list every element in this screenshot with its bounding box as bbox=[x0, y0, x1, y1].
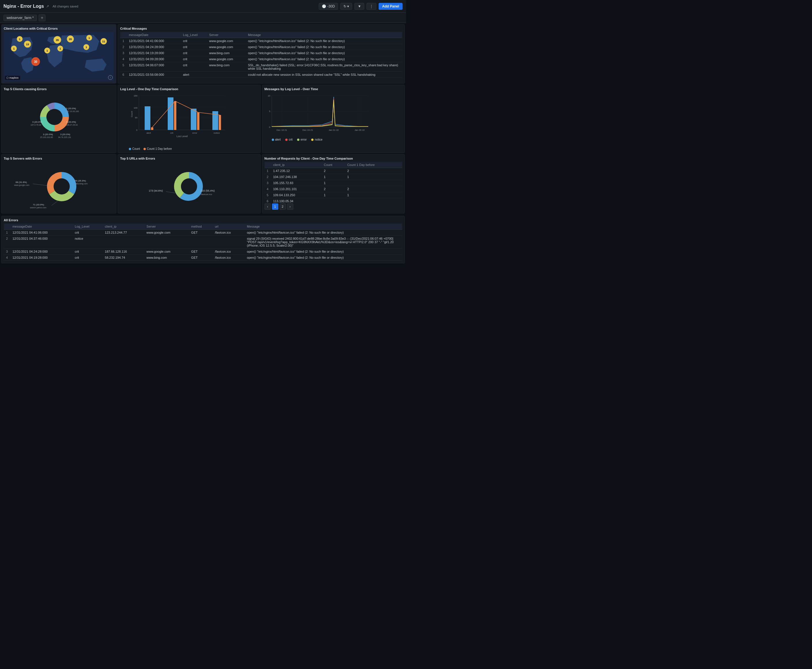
time-range-button[interactable]: 🕐 -30D bbox=[319, 3, 338, 10]
svg-text:Log Level: Log Level bbox=[177, 135, 188, 137]
filter-button[interactable]: ▼ bbox=[355, 3, 364, 10]
col-date: messageDate bbox=[126, 32, 181, 38]
svg-text:11: 11 bbox=[102, 40, 105, 43]
svg-text:68 (31.6%): 68 (31.6%) bbox=[15, 181, 27, 183]
all-errors-panel: All Errors messageDate Log_Level client_… bbox=[1, 216, 405, 263]
table-row: 4 106.110.201.101 2 2 bbox=[264, 186, 403, 192]
log-level-chart-area: 0 50 100 150 Count alert bbox=[120, 92, 258, 147]
cell-count: 2 bbox=[321, 186, 345, 192]
svg-text:76 (35.3%): 76 (35.3%) bbox=[75, 180, 86, 182]
world-map-svg: 1 13 26 20 1 11 1 bbox=[4, 32, 114, 81]
map-info-icon[interactable]: i bbox=[108, 75, 113, 80]
share-icon[interactable]: ↗ bbox=[46, 4, 49, 8]
table-row: 4 12/31/2021 04:09:28:000 crit www.googl… bbox=[120, 56, 402, 62]
row-num: 2 bbox=[264, 174, 271, 180]
critical-messages-panel: Critical Messages messageDate Log_Level … bbox=[118, 24, 405, 84]
table-row: 6 12/31/2021 03:56:08:000 alert could no… bbox=[120, 72, 402, 78]
col-ip: client_ip bbox=[103, 224, 145, 230]
svg-text:Dec 24 21: Dec 24 21 bbox=[302, 129, 313, 131]
cell-method bbox=[189, 236, 212, 249]
upper-row: Client Locations with Critical Errors bbox=[0, 23, 406, 84]
cell-level: crit bbox=[181, 62, 207, 72]
table-row: 2 12/31/2021 04:37:46:000 notice signal … bbox=[4, 236, 402, 249]
messages-over-time-title: Messages by Log Level - Over Time bbox=[264, 87, 403, 91]
cell-url: /favicon.ico bbox=[213, 249, 245, 255]
page-2-button[interactable]: 2 bbox=[279, 203, 286, 210]
cell-level: crit bbox=[181, 44, 207, 50]
all-errors-table-wrapper[interactable]: messageDate Log_Level client_ip Server m… bbox=[4, 224, 402, 261]
row-num: 1 bbox=[264, 168, 271, 174]
legend-alert-dot bbox=[272, 139, 274, 141]
over-time-legend: alert crit error notice bbox=[264, 138, 403, 141]
next-page-button[interactable]: › bbox=[287, 203, 293, 210]
cell-ip: 106.110.201.101 bbox=[271, 186, 321, 192]
svg-line-82 bbox=[52, 200, 59, 205]
top5-urls-panel: Top 5 URLs with Errors 215 (55.4%) /favi… bbox=[118, 154, 261, 213]
add-panel-button[interactable]: Add Panel bbox=[378, 3, 403, 10]
tab-label: webserver_farm * bbox=[7, 16, 34, 20]
svg-text:search.yahoo.com: search.yahoo.com bbox=[30, 207, 46, 209]
lower-row: Top 5 Servers with Errors 76 (35.3%) www… bbox=[0, 153, 406, 215]
row-num: 3 bbox=[4, 249, 10, 255]
cell-server bbox=[207, 72, 246, 78]
svg-text:50: 50 bbox=[135, 116, 138, 119]
cell-server: www.google.com bbox=[144, 249, 189, 255]
prev-page-button[interactable]: ‹ bbox=[264, 203, 271, 210]
header-controls: 🕐 -30D ↻ ▾ ▼ ⋮ Add Panel bbox=[319, 3, 403, 10]
svg-text:173 (44.6%): 173 (44.6%) bbox=[149, 189, 163, 192]
cell-date: 12/31/2021 04:37:46:000 bbox=[10, 236, 72, 249]
middle-row: Top 5 Clients causing Errors 3 (20.0%) 1… bbox=[0, 84, 406, 153]
row-num: 2 bbox=[4, 236, 10, 249]
log-level-legend: Count Count 1 Day before bbox=[120, 147, 258, 150]
refresh-button[interactable]: ↻ ▾ bbox=[340, 3, 352, 10]
clients-donut-svg: 3 (20.0%) 187.10.93.183 3 (20.0%) 189.27… bbox=[30, 92, 87, 141]
mapbox-logo: ⬡ mapbox bbox=[5, 76, 20, 80]
legend-notice-dot bbox=[311, 139, 313, 141]
top5-clients-panel: Top 5 Clients causing Errors 3 (20.0%) 1… bbox=[1, 85, 116, 153]
urls-donut-svg: 215 (55.4%) /favicon.ico 173 (44.6%) bbox=[137, 163, 241, 210]
legend-error: error bbox=[301, 138, 307, 141]
svg-text:www.google.com: www.google.com bbox=[14, 184, 29, 187]
tab-webserver-farm[interactable]: webserver_farm * bbox=[3, 15, 37, 21]
cell-message: open() "/etc/nginx/html/favicon.ico" fai… bbox=[245, 230, 402, 236]
more-options-button[interactable]: ⋮ bbox=[366, 3, 376, 10]
svg-text:189.27.29.32: 189.27.29.32 bbox=[66, 124, 78, 126]
client-locations-panel: Client Locations with Critical Errors bbox=[1, 24, 116, 84]
cell-day-before: 2 bbox=[345, 186, 402, 192]
svg-text:3 (20.0%): 3 (20.0%) bbox=[66, 121, 76, 123]
top5-urls-chart: 215 (55.4%) /favicon.ico 173 (44.6%) bbox=[120, 162, 258, 211]
svg-text:1: 1 bbox=[89, 37, 90, 39]
cell-date: 12/31/2021 03:56:08:000 bbox=[126, 72, 181, 78]
cell-server: www.google.com bbox=[207, 44, 246, 50]
col-num bbox=[4, 224, 10, 230]
table-row: 4 12/31/2021 04:19:28:000 crit 58.232.19… bbox=[4, 255, 402, 261]
col-num bbox=[120, 32, 126, 38]
add-tab-button[interactable]: + bbox=[39, 14, 45, 21]
svg-rect-51 bbox=[191, 109, 197, 130]
cell-count: 2 bbox=[321, 168, 345, 174]
col-server: Server bbox=[144, 224, 189, 230]
svg-text:10: 10 bbox=[268, 94, 270, 97]
cell-message: open() "/etc/nginx/html/favicon.ico" fai… bbox=[246, 56, 402, 62]
map-background: 1 13 26 20 1 11 1 bbox=[4, 32, 114, 81]
cell-day-before bbox=[345, 198, 402, 203]
svg-text:20: 20 bbox=[69, 38, 72, 40]
cell-server: www.bing.com bbox=[207, 62, 246, 72]
cell-message: open() "/etc/nginx/html/favicon.ico" fai… bbox=[246, 44, 402, 50]
requests-table-wrapper[interactable]: client_ip Count Count 1 Day before 1 1.4… bbox=[264, 162, 403, 202]
svg-text:3 (20.0%): 3 (20.0%) bbox=[32, 121, 42, 123]
svg-text:/favicon.ico: /favicon.ico bbox=[200, 193, 212, 196]
col-method: method bbox=[189, 224, 212, 230]
table-row: 5 109.64.133.250 1 1 bbox=[264, 192, 403, 198]
svg-text:100: 100 bbox=[134, 107, 138, 109]
critical-messages-table-wrapper[interactable]: messageDate Log_Level Server Message 1 1… bbox=[120, 32, 402, 78]
cell-ip: 58.232.194.74 bbox=[103, 255, 145, 261]
top5-servers-panel: Top 5 Servers with Errors 76 (35.3%) www… bbox=[1, 154, 116, 213]
svg-text:1: 1 bbox=[60, 47, 61, 50]
page-1-button[interactable]: 1 bbox=[272, 203, 278, 210]
cell-message: open() "/etc/nginx/html/favicon.ico" fai… bbox=[245, 249, 402, 255]
cell-ip: 109.64.133.250 bbox=[271, 192, 321, 198]
svg-text:94.76.225.131: 94.76.225.131 bbox=[58, 136, 71, 138]
cell-count: 1 bbox=[321, 192, 345, 198]
table-row: 3 105.155.72.83 1 bbox=[264, 180, 403, 186]
